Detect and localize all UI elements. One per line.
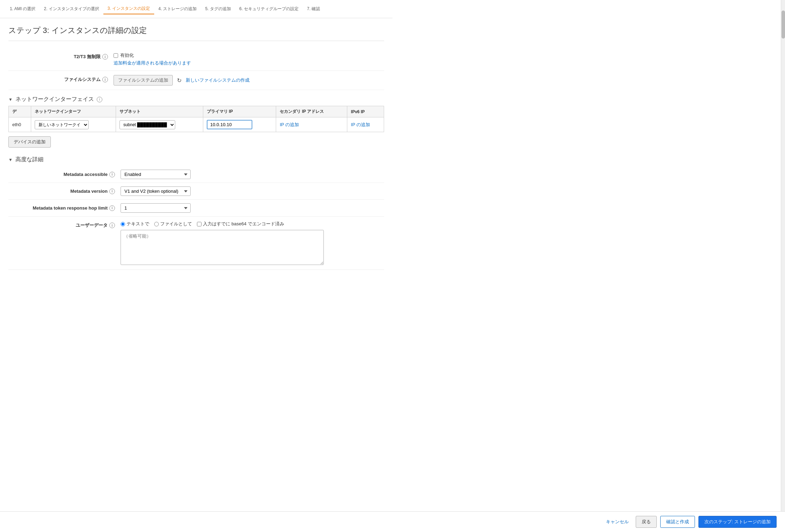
filesystem-label: ファイルシステム i xyxy=(8,75,114,83)
userdata-radio-text[interactable]: テキストで xyxy=(121,221,149,227)
ni-primary-ip-cell[interactable] xyxy=(203,117,276,132)
userdata-base64-input[interactable] xyxy=(197,222,202,226)
filesystem-field: ファイルシステムの追加 ↻ 新しいファイルシステムの作成 xyxy=(114,75,384,86)
secondary-ip-add-link[interactable]: IP の追加 xyxy=(280,122,299,127)
metadata-hop-label: Metadata token response hop limit i xyxy=(8,205,121,211)
metadata-accessible-field: Enabled Disabled xyxy=(121,170,384,179)
wizard-step-instance-type[interactable]: 2. インスタンスタイプの選択 xyxy=(40,4,103,14)
userdata-radio-text-input[interactable] xyxy=(121,222,125,226)
network-interface-table: デ ネットワークインターフ サブネット プライマリ IP セカンダリ IP アド… xyxy=(8,106,384,132)
ni-collapse-icon: ▼ xyxy=(8,97,13,102)
page-content: ステップ 3: インスタンスの詳細の設定 T2/T3 無制限 i 有効化 追加料… xyxy=(0,18,392,298)
ni-col-secondary-ip: セカンダリ IP アドレス xyxy=(276,106,347,117)
ni-device-cell: eth0 xyxy=(9,117,31,132)
ni-col-primary-ip: プライマリ IP xyxy=(203,106,276,117)
ni-nic-cell: 新しいネットワークイ xyxy=(31,117,116,132)
userdata-info-icon[interactable]: i xyxy=(109,223,115,228)
ni-secondary-ip-cell: IP の追加 xyxy=(276,117,347,132)
metadata-version-field: V1 and V2 (token optional) V2 only (toke… xyxy=(121,186,384,196)
refresh-icon[interactable]: ↻ xyxy=(177,77,182,84)
ni-col-ipv6: IPv6 IP xyxy=(347,106,384,117)
ipv6-add-link[interactable]: IP の追加 xyxy=(351,122,370,127)
ni-info-icon[interactable]: i xyxy=(97,97,102,102)
userdata-field: テキストで ファイルとして 入力はすでに base64 でエンコード済み xyxy=(121,221,384,266)
advanced-heading[interactable]: ▼ 高度な詳細 xyxy=(8,156,384,163)
ni-col-subnet: サブネット xyxy=(116,106,203,117)
metadata-accessible-select[interactable]: Enabled Disabled xyxy=(121,170,191,179)
ni-col-nic: ネットワークインターフ xyxy=(31,106,116,117)
wizard-step-storage[interactable]: 4. ストレージの追加 xyxy=(154,4,201,14)
metadata-version-row: Metadata version i V1 and V2 (token opti… xyxy=(8,183,384,200)
userdata-base64-checkbox[interactable]: 入力はすでに base64 でエンコード済み xyxy=(197,221,284,227)
filesystem-row: ファイルシステム i ファイルシステムの追加 ↻ 新しいファイルシステムの作成 xyxy=(8,71,384,90)
metadata-accessible-info-icon[interactable]: i xyxy=(109,172,115,177)
advanced-collapse-icon: ▼ xyxy=(8,157,13,162)
wizard-step-review[interactable]: 7. 確認 xyxy=(303,4,324,14)
metadata-version-label: Metadata version i xyxy=(8,189,121,194)
filesystem-add-button[interactable]: ファイルシステムの追加 xyxy=(114,75,173,86)
userdata-options: テキストで ファイルとして 入力はすでに base64 でエンコード済み xyxy=(121,221,384,227)
metadata-hop-field: 1 2 3 4 5 xyxy=(121,203,384,213)
userdata-radio-file[interactable]: ファイルとして xyxy=(154,221,192,227)
t2t3-info-icon[interactable]: i xyxy=(102,54,108,60)
wizard-step-instance-config[interactable]: 3. インスタンスの設定 xyxy=(103,4,154,14)
userdata-row: ユーザーデータ i テキストで ファイルとして 入力はすでに base64 で xyxy=(8,217,384,270)
userdata-textarea[interactable] xyxy=(121,230,324,265)
ni-subnet-select[interactable]: subnet ██████████ xyxy=(120,120,175,129)
wizard-step-tags[interactable]: 5. タグの追加 xyxy=(201,4,235,14)
metadata-version-info-icon[interactable]: i xyxy=(109,189,115,194)
metadata-accessible-row: Metadata accessible i Enabled Disabled xyxy=(8,166,384,183)
metadata-hop-info-icon[interactable]: i xyxy=(109,205,115,211)
ni-table-header-row: デ ネットワークインターフ サブネット プライマリ IP セカンダリ IP アド… xyxy=(9,106,384,117)
page-title: ステップ 3: インスタンスの詳細の設定 xyxy=(8,25,384,41)
add-device-button[interactable]: デバイスの追加 xyxy=(8,136,51,148)
network-interface-heading[interactable]: ▼ ネットワークインターフェイス i xyxy=(8,96,384,103)
userdata-label: ユーザーデータ i xyxy=(8,221,121,229)
t2t3-checkbox-row: 有効化 xyxy=(114,52,384,59)
metadata-hop-row: Metadata token response hop limit i 1 2 … xyxy=(8,200,384,217)
ni-heading-text: ネットワークインターフェイス xyxy=(15,96,94,103)
filesystem-info-icon[interactable]: i xyxy=(102,77,108,82)
filesystem-controls: ファイルシステムの追加 ↻ 新しいファイルシステムの作成 xyxy=(114,75,384,86)
filesystem-create-link[interactable]: 新しいファイルシステムの作成 xyxy=(186,77,250,83)
wizard-step-security-group[interactable]: 6. セキュリティグループの設定 xyxy=(235,4,303,14)
wizard-nav: 1. AMI の選択 2. インスタンスタイプの選択 3. インスタンスの設定 … xyxy=(0,0,392,18)
t2t3-row: T2/T3 無制限 i 有効化 追加料金が適用される場合があります xyxy=(8,48,384,71)
ni-nic-select[interactable]: 新しいネットワークイ xyxy=(35,120,89,129)
wizard-step-ami[interactable]: 1. AMI の選択 xyxy=(6,4,40,14)
ni-subnet-cell: subnet ██████████ xyxy=(116,117,203,132)
t2t3-checkbox[interactable] xyxy=(114,53,118,58)
t2t3-additional-cost-link[interactable]: 追加料金が適用される場合があります xyxy=(114,60,384,66)
ni-col-device: デ xyxy=(9,106,31,117)
metadata-version-select[interactable]: V1 and V2 (token optional) V2 only (toke… xyxy=(121,186,191,196)
ni-ipv6-cell: IP の追加 xyxy=(347,117,384,132)
advanced-section: ▼ 高度な詳細 Metadata accessible i Enabled Di… xyxy=(8,156,384,270)
t2t3-field: 有効化 追加料金が適用される場合があります xyxy=(114,52,384,66)
primary-ip-input[interactable] xyxy=(207,120,252,129)
advanced-heading-text: 高度な詳細 xyxy=(15,156,43,163)
metadata-accessible-label: Metadata accessible i xyxy=(8,172,121,177)
t2t3-checkbox-label[interactable]: 有効化 xyxy=(120,52,134,59)
metadata-hop-select[interactable]: 1 2 3 4 5 xyxy=(121,203,191,213)
table-row: eth0 新しいネットワークイ subnet ██████████ IP の追加 xyxy=(9,117,384,132)
userdata-radio-file-input[interactable] xyxy=(154,222,159,226)
t2t3-label: T2/T3 無制限 i xyxy=(8,52,114,60)
